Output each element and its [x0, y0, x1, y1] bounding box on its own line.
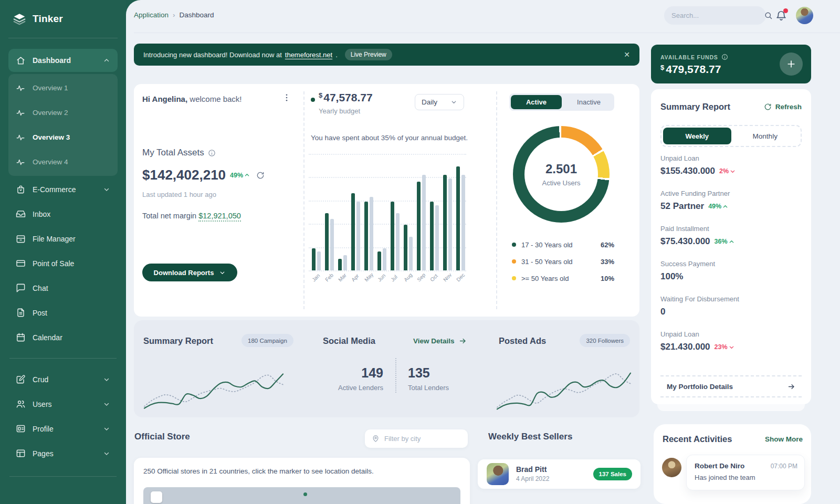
sidebar-item-overview-1[interactable]: Overview 1: [8, 76, 118, 100]
sidebar-item-dashboard[interactable]: Dashboard: [8, 49, 118, 72]
breadcrumb-application[interactable]: Application: [134, 11, 169, 19]
sales-badge: 137 Sales: [593, 468, 632, 480]
brand[interactable]: Tinker: [0, 0, 126, 38]
total-assets-value-row: $142,402,210 49%: [142, 167, 265, 183]
sidebar-item-inbox[interactable]: Inbox: [8, 202, 118, 226]
map-zoom-button[interactable]: [151, 491, 162, 503]
bar-spent: [430, 202, 434, 270]
filter-city-input[interactable]: [384, 435, 477, 443]
summary-report-title: Summary Report: [660, 102, 730, 112]
toggle-active[interactable]: Active: [511, 95, 562, 109]
net-margin-value[interactable]: $12,921,050: [198, 212, 241, 222]
dashboard-app: Tinker Dashboard Overview 1Overview 2Ove…: [0, 0, 840, 504]
map-marker[interactable]: [303, 492, 307, 496]
summary-item-success-payment: Success Payment100%: [660, 260, 802, 282]
summary-item-active-funding-partner: Active Funding Partner52 Partner49%: [660, 190, 802, 212]
x-tick: Feb: [324, 272, 334, 282]
download-reports-button[interactable]: Download Reports: [142, 264, 237, 281]
activity-list-item[interactable]: Robert De Niro 07:00 PM Has joined the t…: [686, 455, 805, 490]
archive-icon: [16, 234, 26, 244]
bar-group-dec: Dec: [456, 154, 465, 270]
sidebar-item-overview-4[interactable]: Overview 4: [8, 150, 118, 174]
seller-avatar: [487, 463, 509, 485]
refresh-icon[interactable]: [256, 171, 265, 180]
assets-change: 49%: [230, 172, 250, 179]
campaign-badge: 180 Campaign: [242, 334, 293, 347]
search-input[interactable]: [671, 12, 764, 19]
info-icon: [721, 54, 728, 60]
tab-weekly[interactable]: Weekly: [663, 128, 731, 144]
budget-note: You have spent about 35% of your annual …: [311, 134, 468, 142]
sidebar-item-e-commerce[interactable]: E-Commerce: [8, 177, 118, 202]
sidebar-item-pages[interactable]: Pages: [8, 441, 118, 466]
tab-monthly[interactable]: Monthly: [731, 128, 800, 144]
stats-band: Summary Report 180 Campaign Social Media…: [134, 320, 639, 417]
user-avatar[interactable]: [796, 7, 813, 24]
active-users-value: 2.501: [545, 162, 577, 176]
brand-name: Tinker: [33, 13, 63, 25]
x-tick: Apr: [350, 273, 360, 283]
sidebar-item-label: Dashboard: [33, 56, 96, 65]
bar-spent: [443, 175, 447, 270]
bar-budget: [356, 202, 360, 270]
banner-link[interactable]: themeforest.net: [285, 51, 332, 59]
credit-card-icon: [16, 258, 26, 268]
sidebar-item-overview-2[interactable]: Overview 2: [8, 100, 118, 125]
recent-activities-panel: Recent Activities Show More Robert De Ni…: [654, 424, 811, 504]
refresh-button[interactable]: Refresh: [764, 103, 802, 111]
close-icon[interactable]: ✕: [624, 50, 630, 59]
best-sellers-title: Weekly Best Sellers: [488, 432, 572, 442]
arrow-right-icon: [788, 383, 795, 391]
notifications-bell-icon[interactable]: [775, 10, 787, 22]
live-preview-badge[interactable]: Live Preview: [345, 49, 392, 60]
sidebar-item-crud[interactable]: Crud: [8, 367, 118, 392]
sidebar-item-calendar[interactable]: Calendar: [8, 325, 118, 350]
x-tick: Dec: [455, 272, 466, 282]
bar-spent: [456, 166, 460, 270]
seller-list-item[interactable]: Brad Pitt 4 April 2022 137 Sales: [478, 459, 640, 489]
sidebar-item-chat[interactable]: Chat: [8, 276, 118, 300]
bar-budget: [383, 248, 386, 270]
bar-budget: [448, 178, 452, 270]
summary-sparkline: [143, 361, 284, 412]
store-map[interactable]: [143, 487, 460, 504]
info-icon[interactable]: [208, 149, 216, 157]
period-select[interactable]: Daily: [415, 94, 464, 110]
budget-dot: [311, 98, 315, 102]
bar-group-mar: Mar: [338, 154, 347, 270]
search-icon[interactable]: [764, 11, 773, 20]
column-divider: [303, 91, 304, 309]
bar-budget: [343, 255, 347, 270]
bar-spent: [391, 202, 394, 270]
show-more-link[interactable]: Show More: [765, 435, 803, 443]
sidebar: Tinker Dashboard Overview 1Overview 2Ove…: [0, 0, 126, 504]
summary-item-unpaid-loan: Unpaid Loan$21.430.00023%: [660, 330, 802, 352]
kebab-menu-icon[interactable]: [282, 92, 291, 103]
calendar-icon: [16, 332, 26, 342]
bar-spent: [364, 202, 368, 270]
total-assets-title: My Total Assets: [142, 148, 216, 158]
bar-spent: [417, 182, 421, 270]
sidebar-item-post[interactable]: Post: [8, 300, 118, 325]
band-social-title: Social Media: [323, 336, 375, 346]
toggle-inactive[interactable]: Inactive: [563, 93, 614, 111]
id-card-icon: [16, 424, 26, 434]
stat-divider: [395, 358, 396, 393]
sidebar-item-users[interactable]: Users: [8, 392, 118, 416]
seller-name: Brad Pitt: [516, 465, 547, 474]
total-lenders-stat: 135 Total Lenders: [408, 365, 459, 392]
sidebar-item-profile[interactable]: Profile: [8, 416, 118, 441]
yearly-budget-value: $47,578.77: [319, 91, 373, 104]
sidebar-item-file-manager[interactable]: File Manager: [8, 226, 118, 251]
home-icon: [16, 56, 26, 66]
view-details-link[interactable]: View Details: [413, 337, 467, 345]
layers-icon: [13, 12, 26, 26]
sidebar-item-overview-3[interactable]: Overview 3: [8, 125, 118, 150]
chat-icon: [16, 283, 26, 293]
notification-dot: [783, 8, 788, 13]
chevron-down-icon: [103, 376, 110, 383]
add-funds-button[interactable]: [780, 52, 803, 76]
portfolio-details-button[interactable]: My Portfolio Details: [660, 375, 802, 397]
sidebar-item-point-of-sale[interactable]: Point of Sale: [8, 251, 118, 276]
bar-spent: [377, 251, 381, 270]
